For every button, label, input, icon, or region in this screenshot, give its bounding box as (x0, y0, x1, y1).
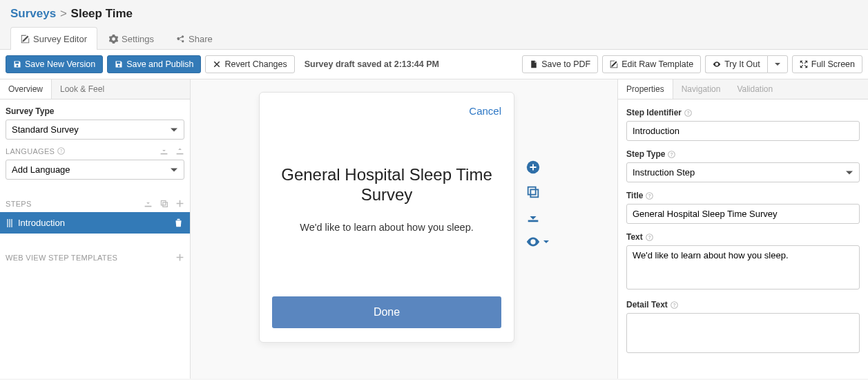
help-icon[interactable]: ? (671, 301, 678, 309)
add-step-button[interactable] (525, 160, 549, 175)
top-nav-tabs: Survey Editor Settings Share (0, 25, 868, 50)
svg-rect-2 (161, 200, 166, 205)
full-screen-label: Full Screen (811, 59, 855, 69)
step-type-label: Step Type (626, 149, 665, 159)
survey-preview-card: Cancel General Hospital Sleep Time Surve… (259, 92, 514, 343)
plus-circle-icon (525, 160, 541, 175)
detail-text-label: Detail Text (626, 300, 668, 310)
svg-text:?: ? (673, 303, 675, 307)
save-and-publish-button[interactable]: Save and Publish (107, 55, 201, 73)
preview-panel: Cancel General Hospital Sleep Time Surve… (191, 79, 618, 379)
step-item-introduction[interactable]: Introduction (0, 212, 190, 234)
svg-text:?: ? (648, 235, 650, 240)
web-view-templates-label: WEB VIEW STEP TEMPLATES (6, 254, 117, 262)
eye-icon (713, 60, 721, 68)
pencil-square-icon (21, 35, 30, 44)
detail-text-textarea[interactable] (626, 313, 860, 353)
svg-text:?: ? (671, 152, 673, 157)
full-screen-button[interactable]: Full Screen (792, 55, 862, 73)
breadcrumb-separator: > (59, 7, 68, 20)
gear-icon (109, 35, 118, 44)
title-input[interactable] (626, 204, 860, 224)
preview-cancel-link[interactable]: Cancel (272, 105, 501, 117)
pencil-square-icon (610, 60, 618, 68)
right-tab-validation[interactable]: Validation (729, 79, 781, 99)
preview-title: General Hospital Sleep Time Survey (272, 165, 501, 205)
copy-icon[interactable] (160, 199, 168, 208)
trash-icon[interactable] (174, 218, 183, 227)
save-to-pdf-button[interactable]: Save to PDF (522, 55, 598, 73)
step-type-select[interactable]: Instruction Step (626, 162, 860, 182)
svg-rect-6 (530, 189, 538, 197)
right-tab-properties[interactable]: Properties (618, 79, 673, 99)
revert-changes-button[interactable]: Revert Changes (205, 55, 294, 73)
tab-survey-editor[interactable]: Survey Editor (10, 27, 97, 50)
save-to-pdf-label: Save to PDF (541, 59, 590, 69)
svg-text:?: ? (59, 149, 62, 153)
right-tab-navigation[interactable]: Navigation (673, 79, 729, 99)
try-it-out-dropdown[interactable] (767, 55, 788, 73)
breadcrumb: Surveys > Sleep Time (0, 0, 868, 25)
download-icon[interactable] (160, 146, 168, 155)
title-label: Title (626, 191, 643, 200)
left-tab-overview[interactable]: Overview (0, 79, 52, 99)
file-icon (530, 60, 538, 68)
share-icon (176, 35, 185, 44)
add-language-select[interactable]: Add Language (6, 160, 184, 180)
tab-share[interactable]: Share (166, 27, 223, 50)
breadcrumb-current: Sleep Time (71, 7, 133, 20)
help-icon[interactable]: ? (646, 234, 653, 241)
preview-done-button[interactable]: Done (272, 296, 501, 328)
help-icon[interactable]: ? (668, 151, 675, 158)
chevron-down-icon (775, 63, 780, 66)
languages-section-label: LANGUAGES (6, 147, 55, 155)
plus-icon[interactable] (175, 199, 184, 208)
chevron-down-icon (543, 240, 549, 243)
survey-type-select[interactable]: Standard Survey (6, 120, 184, 140)
left-panel-tabs: Overview Look & Feel (0, 79, 190, 99)
drag-handle-icon[interactable] (7, 219, 12, 227)
properties-tabs: Properties Navigation Validation (618, 79, 868, 99)
svg-rect-3 (163, 202, 168, 207)
preview-text: We'd like to learn about how you sleep. (272, 222, 501, 233)
download-step-button[interactable] (525, 209, 549, 225)
left-tab-look-and-feel[interactable]: Look & Feel (52, 79, 113, 99)
expand-icon (800, 60, 808, 68)
help-icon[interactable]: ? (57, 147, 65, 155)
save-icon (13, 60, 21, 68)
download-icon[interactable] (144, 199, 153, 208)
step-identifier-input[interactable] (626, 121, 860, 141)
preview-visibility-button[interactable] (525, 234, 549, 249)
breadcrumb-surveys-link[interactable]: Surveys (10, 7, 56, 20)
toolbar: Save New Version Save and Publish Revert… (0, 50, 868, 79)
try-it-out-button[interactable]: Try It Out (705, 55, 767, 73)
edit-raw-template-label: Edit Raw Template (621, 59, 693, 69)
svg-text:?: ? (648, 193, 651, 198)
save-new-version-label: Save New Version (25, 59, 95, 69)
revert-changes-label: Revert Changes (224, 59, 287, 69)
save-new-version-button[interactable]: Save New Version (6, 55, 103, 73)
duplicate-step-button[interactable] (525, 184, 549, 200)
text-textarea[interactable] (626, 245, 860, 289)
save-status-text: Survey draft saved at 2:13:44 PM (305, 59, 439, 69)
try-it-out-label: Try It Out (724, 59, 760, 69)
tab-settings-label: Settings (122, 34, 154, 44)
tab-settings[interactable]: Settings (99, 27, 164, 50)
preview-side-actions (525, 160, 549, 249)
tab-survey-editor-label: Survey Editor (33, 34, 87, 44)
survey-type-label: Survey Type (6, 106, 184, 116)
left-panel: Overview Look & Feel Survey Type Standar… (0, 79, 191, 379)
tab-share-label: Share (189, 34, 213, 44)
svg-rect-5 (528, 187, 536, 195)
eye-icon (525, 234, 541, 249)
help-icon[interactable]: ? (646, 192, 653, 200)
copy-icon (525, 184, 541, 200)
help-icon[interactable]: ? (684, 109, 692, 117)
plus-icon[interactable] (175, 253, 184, 262)
properties-panel: Properties Navigation Validation Step Id… (618, 79, 868, 379)
steps-section-label: STEPS (6, 200, 32, 208)
edit-raw-template-button[interactable]: Edit Raw Template (602, 55, 701, 73)
upload-icon[interactable] (175, 146, 184, 155)
step-identifier-label: Step Identifier (626, 108, 682, 117)
text-label: Text (626, 232, 643, 242)
